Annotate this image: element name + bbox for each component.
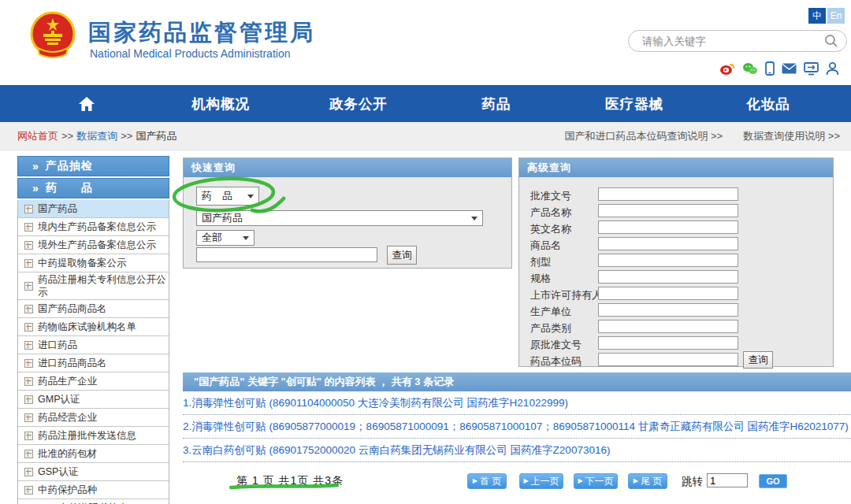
- keyword-input[interactable]: [196, 247, 377, 262]
- breadcrumb-separator: >>: [121, 130, 132, 142]
- search-icon[interactable]: [824, 34, 838, 48]
- last-page-label: 尾 页: [641, 475, 662, 488]
- nav-home[interactable]: [78, 85, 95, 122]
- category-select[interactable]: 药 品: [196, 187, 259, 206]
- sidebar-item[interactable]: 批准的药包材: [18, 445, 169, 463]
- advanced-query-button[interactable]: 查询: [743, 351, 773, 369]
- query-usage-instructions-link[interactable]: 数据查询使用说明 >>: [743, 129, 840, 143]
- drug-code-input[interactable]: [598, 353, 738, 366]
- item-bullet-icon: [24, 341, 33, 350]
- dosage-form-input[interactable]: [598, 254, 738, 267]
- manufacturer-input[interactable]: [598, 303, 738, 317]
- item-bullet-icon: [24, 432, 33, 440]
- go-button[interactable]: GO: [759, 474, 787, 488]
- last-page-button[interactable]: ▶ 尾 页: [628, 473, 667, 489]
- specification-input[interactable]: [598, 270, 738, 284]
- pagination-bar: 第 1 页 共1页 共3条 ▶ 首 页 ▶ 上一页 ▶ 下一页 ▶ 尾 页 跳转…: [0, 471, 851, 493]
- original-approval-no-label: 原批准文号: [530, 338, 582, 352]
- quick-query-button[interactable]: 查询: [387, 246, 417, 265]
- lang-zh-button[interactable]: 中: [808, 8, 826, 24]
- chevron-down-icon: [243, 236, 249, 240]
- breadcrumb-home-link[interactable]: 网站首页: [17, 129, 58, 143]
- result-row-2[interactable]: 2.消毒弹性创可贴 (86905877000019；86905871000091…: [183, 415, 851, 439]
- sidebar-item-domestic-drugs[interactable]: 国产药品: [18, 200, 169, 218]
- scope-select-value: 全部: [202, 231, 222, 245]
- next-page-button[interactable]: ▶ 下一页: [574, 473, 618, 489]
- sidebar-item[interactable]: 药品注册相关专利信息公开公示: [18, 272, 169, 300]
- sidebar-item[interactable]: GMP认证: [18, 391, 169, 409]
- sidebar-header-drugs[interactable]: » 药 品: [17, 178, 169, 198]
- breadcrumb-data-query-link[interactable]: 数据查询: [76, 129, 117, 143]
- prev-page-label: 上一页: [531, 475, 559, 488]
- sidebar-item[interactable]: 国产药品商品名: [18, 300, 169, 318]
- original-approval-no-input[interactable]: [598, 336, 738, 350]
- chevron-right-icon: »: [32, 160, 39, 172]
- scope-select[interactable]: 全部: [196, 230, 255, 246]
- weibo-icon[interactable]: [719, 61, 735, 76]
- jump-page-input[interactable]: [707, 473, 748, 487]
- results-header: "国产药品" 关键字 "创可贴" 的内容列表 ， 共有 3 条记录: [183, 372, 851, 391]
- user-icon[interactable]: [826, 61, 839, 76]
- result-row-1[interactable]: 1.消毒弹性创可贴 (86901104000050 大连冷美制药有限公司 国药准…: [183, 391, 851, 415]
- database-select[interactable]: 国产药品: [196, 210, 483, 226]
- wechat-icon[interactable]: [742, 61, 758, 76]
- item-bullet-icon: [24, 413, 33, 422]
- approval-no-input[interactable]: [598, 187, 738, 201]
- sidebar-item[interactable]: 境外生产药品备案信息公示: [18, 236, 169, 254]
- sidebar-header-label: 产品抽检: [46, 159, 93, 173]
- main-nav: 机构概况 政务公开 药品 医疗器械 化妆品: [0, 85, 851, 122]
- sidebar: » 产品抽检 » 药 品 国产药品 境内生产药品备案信息公示 境外生产药品备案信…: [17, 156, 169, 504]
- drug-code-instructions-link[interactable]: 国产和进口药品本位码查询说明 >>: [564, 129, 723, 143]
- site-subtitle: National Medical Products Administration: [90, 47, 290, 60]
- social-icons-row: [713, 61, 839, 76]
- national-emblem-logo: [28, 10, 77, 61]
- sidebar-item[interactable]: 药物临床试验机构名单: [18, 318, 169, 336]
- email-icon[interactable]: [782, 63, 797, 74]
- sidebar-item[interactable]: 药品注册批件发送信息: [18, 427, 169, 445]
- monitor-icon[interactable]: [804, 62, 819, 76]
- sidebar-header-product-sampling[interactable]: » 产品抽检: [17, 156, 169, 176]
- mah-label: 上市许可持有人: [530, 288, 602, 302]
- sidebar-item-list: 国产药品 境内生产药品备案信息公示 境外生产药品备案信息公示 中药提取物备案公示…: [17, 200, 169, 504]
- sidebar-item[interactable]: 药品生产企业: [18, 372, 169, 391]
- english-name-input[interactable]: [598, 220, 738, 234]
- site-search[interactable]: [628, 30, 847, 52]
- chevron-down-icon: [247, 195, 254, 198]
- nav-cosmetics[interactable]: 化妆品: [746, 85, 790, 122]
- home-icon: [78, 96, 95, 112]
- lang-en-button[interactable]: En: [827, 8, 845, 24]
- product-name-input[interactable]: [598, 204, 738, 217]
- play-icon: ▶: [578, 478, 582, 484]
- play-icon: ▶: [523, 478, 528, 484]
- nav-drugs[interactable]: 药品: [482, 85, 511, 122]
- sidebar-item[interactable]: 中药提取物备案公示: [18, 254, 169, 272]
- mah-input[interactable]: [598, 287, 738, 300]
- dosage-form-label: 剂型: [530, 255, 551, 269]
- product-category-input[interactable]: [598, 320, 738, 333]
- chevron-right-icon: »: [32, 182, 39, 195]
- mobile-icon[interactable]: [765, 61, 775, 76]
- chevron-down-icon: [471, 217, 478, 220]
- site-title: 国家药品监督管理局: [88, 17, 315, 49]
- result-row-3[interactable]: 3.云南白药创可贴 (86901752000020 云南白药集团无锡药业有限公司…: [183, 439, 851, 462]
- sidebar-item[interactable]: OTC中药说明书范本: [18, 499, 169, 504]
- item-bullet-icon: [24, 305, 33, 313]
- product-name-label: 产品名称: [530, 206, 571, 220]
- jump-label: 跳转: [682, 475, 703, 489]
- nav-organization[interactable]: 机构概况: [191, 85, 250, 122]
- sidebar-item[interactable]: 药品经营企业: [18, 409, 169, 427]
- trade-name-input[interactable]: [598, 237, 738, 250]
- prev-page-button[interactable]: ▶ 上一页: [519, 473, 563, 489]
- sidebar-item[interactable]: 进口药品: [18, 336, 169, 354]
- first-page-button[interactable]: ▶ 首 页: [467, 473, 507, 489]
- english-name-label: 英文名称: [530, 222, 571, 236]
- sidebar-item[interactable]: 境内生产药品备案信息公示: [18, 218, 169, 236]
- sidebar-item[interactable]: 进口药品商品名: [18, 354, 169, 372]
- search-input[interactable]: [641, 35, 824, 48]
- item-bullet-icon: [24, 259, 33, 268]
- nav-gov-affairs[interactable]: 政务公开: [329, 85, 388, 122]
- item-bullet-icon: [24, 223, 33, 232]
- approval-no-label: 批准文号: [530, 189, 571, 203]
- nav-medical-devices[interactable]: 医疗器械: [605, 85, 663, 122]
- first-page-label: 首 页: [480, 475, 501, 488]
